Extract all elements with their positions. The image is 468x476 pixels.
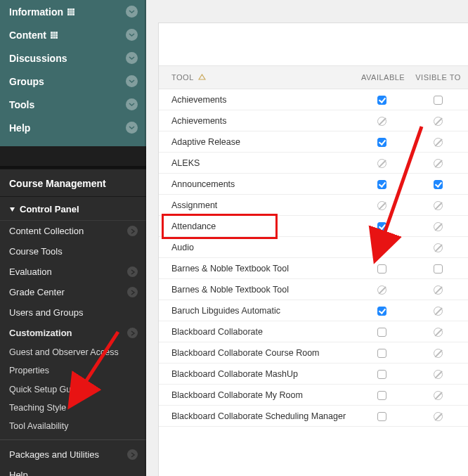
cp-label: Content Collection (9, 226, 84, 236)
table-row: Barnes & Noble Textbook Tool (159, 279, 468, 300)
cell-available (356, 263, 408, 274)
table-row: Audio (159, 237, 468, 258)
cell-tool[interactable]: Audio (159, 238, 356, 257)
table-row: Assignment (159, 195, 468, 216)
arrow-right-icon[interactable] (127, 226, 138, 236)
not-available-icon (434, 159, 443, 168)
available-checkbox[interactable] (377, 370, 386, 379)
cp-item-course-tools[interactable]: Course Tools (0, 241, 146, 262)
col-visible[interactable]: VISIBLE TO (408, 66, 468, 89)
cell-available (356, 326, 408, 337)
table-row: ALEKS (159, 153, 468, 174)
visible-checkbox[interactable] (434, 264, 443, 274)
cell-available (356, 157, 408, 168)
available-checkbox[interactable] (377, 307, 386, 316)
cell-tool[interactable]: Blackboard Collaborate My Room (159, 385, 356, 405)
arrow-right-icon[interactable] (127, 328, 138, 338)
cell-tool[interactable]: Blackboard Collaborate MashUp (159, 364, 356, 384)
cell-tool[interactable]: Announcements (159, 174, 356, 194)
arrow-right-icon[interactable] (127, 287, 138, 297)
nav-item-tools[interactable]: Tools (0, 93, 146, 116)
available-checkbox[interactable] (377, 138, 386, 147)
table-row: Blackboard Collaborate Course Room (159, 342, 468, 364)
cell-available (356, 284, 408, 295)
cp-item-packages[interactable]: Packages and Utilities (0, 444, 146, 465)
available-checkbox[interactable] (377, 412, 386, 421)
cell-tool[interactable]: Assignment (159, 195, 356, 215)
available-checkbox[interactable] (377, 328, 386, 337)
cell-tool[interactable]: Adaptive Release (159, 132, 356, 152)
nav-item-discussions[interactable]: Discussions (0, 46, 146, 70)
cell-tool[interactable]: Barnes & Noble Textbook Tool (159, 259, 356, 278)
col-tool[interactable]: TOOL (159, 66, 356, 89)
cell-tool[interactable]: Barnes & Noble Textbook Tool (159, 280, 356, 300)
available-checkbox[interactable] (377, 180, 386, 189)
cell-tool[interactable]: Blackboard Collaborate (159, 322, 356, 342)
chevron-down-icon[interactable] (126, 6, 138, 18)
cell-tool[interactable]: Attendance (159, 217, 356, 236)
cell-tool[interactable]: Blackboard Collaborate Scheduling Manage… (159, 406, 356, 426)
not-available-icon (434, 349, 443, 358)
arrow-right-icon[interactable] (127, 449, 138, 460)
leaf-tool-availability[interactable]: Tool Availability (0, 417, 146, 435)
tool-availability-table: TOOL AVAILABLE VISIBLE TO AchievementsAc… (159, 65, 468, 427)
not-available-icon (434, 285, 443, 295)
leaf-guest-observer[interactable]: Guest and Observer Access (0, 343, 146, 361)
visible-checkbox[interactable] (434, 180, 443, 189)
not-available-icon (377, 285, 386, 295)
leaf-quick-setup[interactable]: Quick Setup Guide (0, 380, 146, 399)
chevron-down-icon[interactable] (126, 98, 138, 110)
available-checkbox[interactable] (377, 222, 386, 231)
chevron-down-icon[interactable] (126, 122, 138, 134)
cp-item-grade-center[interactable]: Grade Center (0, 282, 146, 302)
control-panel-header[interactable]: Control Panel (0, 197, 146, 221)
leaf-teaching-style[interactable]: Teaching Style (0, 399, 146, 417)
available-checkbox[interactable] (377, 391, 386, 400)
cell-visible (408, 157, 468, 168)
available-checkbox[interactable] (377, 349, 386, 358)
visible-checkbox[interactable] (434, 96, 443, 105)
cell-available (356, 115, 408, 126)
available-checkbox[interactable] (377, 264, 386, 274)
table-row: Blackboard Collaborate MashUp (159, 364, 468, 385)
svg-rect-5 (72, 11, 74, 13)
cell-available (356, 347, 408, 358)
arrow-right-icon[interactable] (127, 266, 138, 277)
svg-rect-15 (51, 37, 53, 39)
table-row: Adaptive Release (159, 131, 468, 153)
svg-rect-8 (72, 13, 74, 15)
chevron-down-icon[interactable] (126, 29, 138, 41)
cell-visible (408, 136, 468, 147)
cell-tool[interactable]: Achievements (159, 90, 356, 110)
cell-available (356, 305, 408, 316)
not-available-icon (434, 307, 443, 316)
col-available[interactable]: AVAILABLE (356, 66, 408, 89)
chevron-down-icon[interactable] (126, 75, 138, 87)
cell-tool[interactable]: Achievements (159, 111, 356, 131)
cp-item-help[interactable]: Help (0, 465, 146, 476)
nav-item-information[interactable]: Information (0, 0, 146, 23)
nav-item-groups[interactable]: Groups (0, 70, 146, 93)
svg-rect-13 (53, 34, 55, 36)
table-row: Blackboard Collaborate My Room (159, 385, 468, 406)
available-checkbox[interactable] (377, 96, 386, 105)
cell-tool[interactable]: ALEKS (159, 153, 356, 173)
cp-item-users-groups[interactable]: Users and Groups (0, 302, 146, 323)
nav-label: Help (9, 122, 30, 134)
cp-item-evaluation[interactable]: Evaluation (0, 262, 146, 282)
nav-item-help[interactable]: Help (0, 116, 146, 139)
cell-tool[interactable]: Baruch Libguides Automatic (159, 301, 356, 321)
cp-item-content-collection[interactable]: Content Collection (0, 221, 146, 241)
table-row: Barnes & Noble Textbook Tool (159, 258, 468, 279)
cell-tool[interactable]: Blackboard Collaborate Course Room (159, 343, 356, 363)
col-tool-label: TOOL (171, 73, 194, 82)
leaf-properties[interactable]: Properties (0, 361, 146, 380)
chevron-down-icon[interactable] (126, 52, 138, 64)
svg-rect-16 (53, 37, 55, 39)
not-available-icon (434, 412, 443, 421)
cell-visible (408, 390, 468, 400)
nav-item-content[interactable]: Content (0, 23, 146, 46)
cell-available (356, 390, 408, 400)
not-available-icon (377, 159, 386, 168)
cp-item-customization[interactable]: Customization (0, 323, 146, 343)
